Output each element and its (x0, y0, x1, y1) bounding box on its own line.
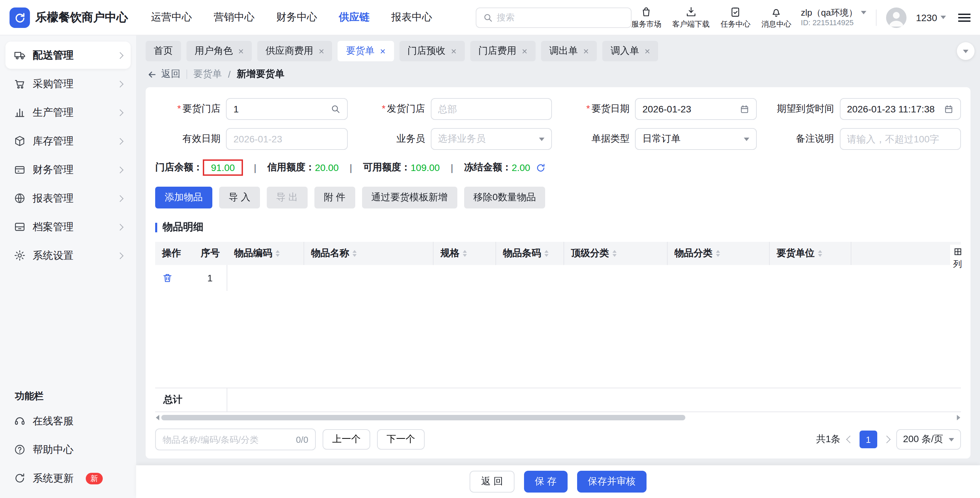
hamburger-menu-icon[interactable] (958, 13, 970, 21)
add-from-template-button[interactable]: 通过要货模板新增 (362, 187, 457, 209)
request-store-field[interactable] (226, 98, 347, 120)
task-center-button[interactable]: 任务中心 (721, 6, 751, 29)
breadcrumb-parent[interactable]: 要货单 (193, 68, 222, 80)
remark-input[interactable] (847, 134, 953, 144)
salesman-select[interactable]: 选择业务员 (430, 128, 552, 150)
message-center-button[interactable]: 消息中心 (762, 6, 791, 29)
tab-home[interactable]: 首页 (146, 41, 181, 61)
back-link[interactable]: 返回 (147, 68, 180, 80)
save-and-audit-button[interactable]: 保存并审核 (577, 471, 646, 493)
request-date-input[interactable] (643, 104, 735, 115)
col-category[interactable]: 物品分类 (667, 242, 769, 265)
sidebar-item-archives[interactable]: 档案管理 (5, 213, 130, 241)
global-search[interactable] (476, 7, 632, 27)
sort-icon[interactable] (716, 250, 720, 257)
section-accent-bar (155, 222, 157, 232)
attachment-button[interactable]: 附 件 (314, 187, 355, 209)
tab-user-roles[interactable]: 用户角色 (186, 41, 252, 61)
sort-icon[interactable] (544, 250, 549, 257)
prev-item-button[interactable]: 上一个 (323, 429, 370, 450)
sort-icon[interactable] (818, 250, 822, 257)
save-button[interactable]: 保 存 (524, 471, 568, 493)
sort-icon[interactable] (612, 250, 617, 257)
page-number[interactable]: 1 (859, 431, 877, 448)
nav-supply-chain[interactable]: 供应链 (339, 11, 369, 24)
valid-date-field[interactable] (226, 128, 347, 150)
clipboard-check-icon (730, 6, 741, 18)
sidebar-item-system-update[interactable]: 系统更新 新 (5, 464, 130, 492)
sidebar-item-delivery[interactable]: 配送管理 (5, 42, 130, 69)
service-market-button[interactable]: 服务市场 (632, 6, 662, 29)
sort-icon[interactable] (275, 250, 280, 257)
col-unit[interactable]: 要货单位 (769, 242, 851, 265)
scroll-right-icon[interactable] (957, 415, 960, 420)
client-download-button[interactable]: 客户端下载 (672, 6, 710, 29)
sidebar-item-reports[interactable]: 报表管理 (5, 185, 130, 212)
next-item-button[interactable]: 下一个 (377, 429, 425, 450)
sort-icon[interactable] (463, 250, 467, 257)
sidebar-item-finance[interactable]: 财务管理 (5, 156, 130, 183)
tab-transfer-in[interactable]: 调入单 (602, 41, 658, 61)
request-store-input[interactable] (234, 104, 326, 115)
col-item-name[interactable]: 物品名称 (304, 242, 433, 265)
request-date-field[interactable] (635, 98, 756, 120)
scrollbar-thumb[interactable] (161, 415, 685, 420)
valid-date-input[interactable] (234, 134, 340, 144)
scroll-left-icon[interactable] (156, 415, 159, 420)
expect-time-input[interactable] (847, 104, 940, 115)
col-item-code[interactable]: 物品编码 (227, 242, 304, 265)
trash-icon[interactable] (162, 273, 173, 283)
nav-finance[interactable]: 财务中心 (276, 11, 317, 24)
close-icon[interactable] (644, 46, 650, 56)
tab-store-fees[interactable]: 门店费用 (470, 41, 536, 61)
col-top-category[interactable]: 顶级分类 (563, 242, 667, 265)
sidebar-item-inventory[interactable]: 库存管理 (5, 128, 130, 155)
tab-requisition[interactable]: 要货单 (338, 41, 394, 61)
page-next-icon[interactable] (883, 436, 891, 444)
remove-zero-qty-button[interactable]: 移除0数量物品 (464, 187, 546, 209)
remark-field[interactable] (840, 128, 961, 150)
sidebar-item-online-support[interactable]: 在线客服 (5, 407, 130, 435)
tabs-expand-button[interactable] (957, 42, 975, 60)
close-icon[interactable] (318, 46, 324, 56)
avatar[interactable] (886, 7, 907, 27)
col-barcode[interactable]: 物品条码 (495, 242, 563, 265)
nav-report[interactable]: 报表中心 (391, 11, 432, 24)
ship-store-field[interactable] (430, 98, 552, 120)
tab-store-prepay[interactable]: 门店预收 (399, 41, 465, 61)
item-filter-field[interactable]: 0/0 (155, 428, 316, 450)
store-switcher[interactable]: 1230 (916, 12, 946, 23)
item-filter-input[interactable] (163, 434, 292, 445)
sidebar-item-help-center[interactable]: 帮助中心 (5, 436, 130, 463)
add-item-button[interactable]: 添加物品 (155, 187, 212, 209)
sort-icon[interactable] (353, 250, 356, 257)
sidebar-item-purchase[interactable]: 采购管理 (5, 70, 130, 97)
page-size-select[interactable]: 200 条/页 (896, 429, 961, 450)
credit-label: 信用额度： (267, 161, 315, 174)
nav-marketing[interactable]: 营销中心 (214, 11, 255, 24)
import-button[interactable]: 导 入 (219, 187, 260, 209)
close-icon[interactable] (238, 46, 243, 56)
close-icon[interactable] (583, 46, 589, 56)
search-icon[interactable] (331, 104, 340, 114)
scrollbar-track[interactable] (161, 414, 955, 421)
close-icon[interactable] (522, 46, 527, 56)
back-button[interactable]: 返 回 (469, 471, 514, 493)
global-search-input[interactable] (497, 12, 624, 22)
tab-supplier-fees[interactable]: 供应商费用 (257, 41, 332, 61)
order-type-select[interactable]: 日常订单 (635, 128, 756, 150)
close-icon[interactable] (380, 46, 385, 56)
horizontal-scrollbar[interactable] (155, 412, 961, 423)
sidebar-item-production[interactable]: 生产管理 (5, 99, 130, 126)
column-settings-button[interactable]: 列 (950, 244, 965, 273)
page-prev-icon[interactable] (846, 436, 854, 444)
refresh-icon[interactable] (536, 163, 546, 173)
tab-transfer-out[interactable]: 调出单 (541, 41, 597, 61)
close-icon[interactable] (451, 46, 456, 56)
ship-store-input[interactable] (438, 104, 544, 115)
account-menu[interactable]: zlp（qa环境） ID: 2215114925 (801, 7, 866, 27)
sidebar-item-settings[interactable]: 系统设置 (5, 242, 130, 269)
nav-operation[interactable]: 运营中心 (151, 11, 192, 24)
expect-time-field[interactable] (840, 98, 961, 120)
col-spec[interactable]: 规格 (433, 242, 495, 265)
